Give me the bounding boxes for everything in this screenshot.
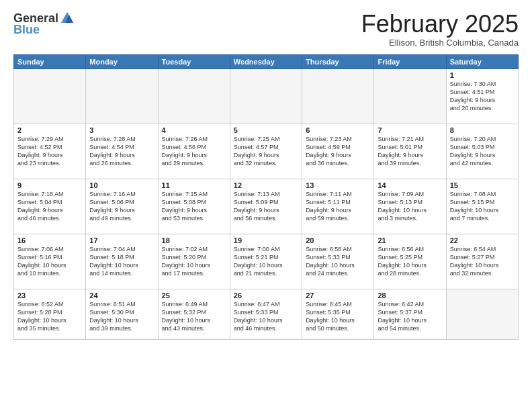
day-number: 3 [89, 126, 154, 134]
day-info: Sunrise: 6:47 AM Sunset: 5:33 PM Dayligh… [234, 300, 298, 333]
day-info: Sunrise: 6:49 AM Sunset: 5:32 PM Dayligh… [162, 300, 226, 333]
day-info: Sunrise: 6:58 AM Sunset: 5:33 PM Dayligh… [306, 245, 370, 278]
logo-blue-text: Blue [13, 23, 40, 37]
calendar-cell: 26Sunrise: 6:47 AM Sunset: 5:33 PM Dayli… [230, 289, 302, 339]
day-info: Sunrise: 7:09 AM Sunset: 5:13 PM Dayligh… [378, 190, 442, 223]
calendar-cell: 28Sunrise: 6:42 AM Sunset: 5:37 PM Dayli… [374, 289, 446, 339]
calendar-cell: 23Sunrise: 6:52 AM Sunset: 5:28 PM Dayli… [14, 289, 86, 339]
day-number: 27 [306, 291, 370, 300]
day-info: Sunrise: 6:51 AM Sunset: 5:30 PM Dayligh… [89, 300, 154, 333]
calendar-cell: 16Sunrise: 7:06 AM Sunset: 5:16 PM Dayli… [14, 234, 86, 289]
day-info: Sunrise: 6:56 AM Sunset: 5:25 PM Dayligh… [378, 245, 442, 278]
weekday-header-row: SundayMondayTuesdayWednesdayThursdayFrid… [14, 54, 519, 68]
week-row-5: 23Sunrise: 6:52 AM Sunset: 5:28 PM Dayli… [14, 289, 519, 339]
day-info: Sunrise: 7:16 AM Sunset: 5:06 PM Dayligh… [89, 190, 154, 223]
day-info: Sunrise: 7:23 AM Sunset: 4:59 PM Dayligh… [306, 135, 370, 168]
calendar-cell: 18Sunrise: 7:02 AM Sunset: 5:20 PM Dayli… [158, 234, 230, 289]
calendar-cell: 14Sunrise: 7:09 AM Sunset: 5:13 PM Dayli… [374, 179, 446, 234]
day-number: 10 [89, 181, 154, 189]
day-number: 21 [378, 236, 442, 244]
day-info: Sunrise: 7:18 AM Sunset: 5:04 PM Dayligh… [17, 190, 82, 223]
calendar-cell: 19Sunrise: 7:00 AM Sunset: 5:21 PM Dayli… [230, 234, 302, 289]
day-info: Sunrise: 7:08 AM Sunset: 5:15 PM Dayligh… [450, 190, 515, 223]
day-number: 7 [378, 126, 442, 134]
calendar-cell: 13Sunrise: 7:11 AM Sunset: 5:11 PM Dayli… [302, 179, 374, 234]
calendar-cell [158, 68, 230, 124]
header: General Blue February 2025 Ellison, Brit… [13, 11, 519, 48]
day-info: Sunrise: 7:21 AM Sunset: 5:01 PM Dayligh… [378, 135, 442, 168]
calendar-cell: 17Sunrise: 7:04 AM Sunset: 5:18 PM Dayli… [86, 234, 158, 289]
calendar-cell [86, 68, 158, 124]
calendar-cell: 22Sunrise: 6:54 AM Sunset: 5:27 PM Dayli… [446, 234, 518, 289]
day-info: Sunrise: 7:13 AM Sunset: 5:09 PM Dayligh… [234, 190, 298, 223]
day-number: 14 [378, 181, 442, 189]
calendar-cell: 25Sunrise: 6:49 AM Sunset: 5:32 PM Dayli… [158, 289, 230, 339]
page: General Blue February 2025 Ellison, Brit… [0, 0, 532, 411]
day-number: 4 [162, 126, 226, 134]
day-info: Sunrise: 7:29 AM Sunset: 4:52 PM Dayligh… [17, 135, 82, 168]
month-title: February 2025 [361, 11, 519, 38]
calendar-cell: 6Sunrise: 7:23 AM Sunset: 4:59 PM Daylig… [302, 124, 374, 179]
day-number: 9 [17, 181, 82, 189]
calendar-cell: 5Sunrise: 7:25 AM Sunset: 4:57 PM Daylig… [230, 124, 302, 179]
week-row-2: 2Sunrise: 7:29 AM Sunset: 4:52 PM Daylig… [14, 124, 519, 179]
calendar-cell: 24Sunrise: 6:51 AM Sunset: 5:30 PM Dayli… [86, 289, 158, 339]
day-info: Sunrise: 6:54 AM Sunset: 5:27 PM Dayligh… [450, 245, 515, 278]
day-info: Sunrise: 6:42 AM Sunset: 5:37 PM Dayligh… [378, 300, 442, 333]
title-block: February 2025 Ellison, British Columbia,… [361, 11, 519, 48]
day-number: 8 [450, 126, 515, 134]
calendar-cell [14, 68, 86, 124]
calendar-cell [374, 68, 446, 124]
calendar-cell: 3Sunrise: 7:28 AM Sunset: 4:54 PM Daylig… [86, 124, 158, 179]
day-number: 16 [17, 236, 82, 244]
day-number: 17 [89, 236, 154, 244]
logo: General Blue [13, 11, 75, 37]
day-info: Sunrise: 7:11 AM Sunset: 5:11 PM Dayligh… [306, 190, 370, 223]
day-number: 15 [450, 181, 515, 189]
calendar-cell [446, 289, 518, 339]
day-info: Sunrise: 7:02 AM Sunset: 5:20 PM Dayligh… [162, 245, 226, 278]
day-number: 1 [450, 71, 515, 79]
day-info: Sunrise: 7:25 AM Sunset: 4:57 PM Dayligh… [234, 135, 298, 168]
day-number: 13 [306, 181, 370, 189]
day-number: 6 [306, 126, 370, 134]
day-number: 2 [17, 126, 82, 134]
weekday-header-saturday: Saturday [446, 54, 518, 68]
weekday-header-thursday: Thursday [302, 54, 374, 68]
calendar-cell: 15Sunrise: 7:08 AM Sunset: 5:15 PM Dayli… [446, 179, 518, 234]
calendar-cell: 20Sunrise: 6:58 AM Sunset: 5:33 PM Dayli… [302, 234, 374, 289]
week-row-3: 9Sunrise: 7:18 AM Sunset: 5:04 PM Daylig… [14, 179, 519, 234]
week-row-4: 16Sunrise: 7:06 AM Sunset: 5:16 PM Dayli… [14, 234, 519, 289]
day-info: Sunrise: 7:06 AM Sunset: 5:16 PM Dayligh… [17, 245, 82, 278]
calendar-cell [230, 68, 302, 124]
calendar-cell: 11Sunrise: 7:15 AM Sunset: 5:08 PM Dayli… [158, 179, 230, 234]
day-info: Sunrise: 7:04 AM Sunset: 5:18 PM Dayligh… [89, 245, 154, 278]
calendar-cell: 9Sunrise: 7:18 AM Sunset: 5:04 PM Daylig… [14, 179, 86, 234]
day-info: Sunrise: 7:15 AM Sunset: 5:08 PM Dayligh… [162, 190, 226, 223]
day-info: Sunrise: 7:30 AM Sunset: 4:51 PM Dayligh… [450, 80, 515, 113]
day-number: 26 [234, 291, 298, 300]
weekday-header-monday: Monday [86, 54, 158, 68]
day-info: Sunrise: 7:20 AM Sunset: 5:03 PM Dayligh… [450, 135, 515, 168]
calendar-cell: 12Sunrise: 7:13 AM Sunset: 5:09 PM Dayli… [230, 179, 302, 234]
calendar-table: SundayMondayTuesdayWednesdayThursdayFrid… [13, 54, 519, 340]
logo-icon [60, 11, 75, 26]
day-info: Sunrise: 7:00 AM Sunset: 5:21 PM Dayligh… [234, 245, 298, 278]
weekday-header-sunday: Sunday [14, 54, 86, 68]
calendar-cell [302, 68, 374, 124]
calendar-cell: 4Sunrise: 7:26 AM Sunset: 4:56 PM Daylig… [158, 124, 230, 179]
day-number: 19 [234, 236, 298, 244]
day-number: 11 [162, 181, 226, 189]
day-number: 18 [162, 236, 226, 244]
calendar-cell: 10Sunrise: 7:16 AM Sunset: 5:06 PM Dayli… [86, 179, 158, 234]
day-number: 24 [89, 291, 154, 300]
day-info: Sunrise: 6:52 AM Sunset: 5:28 PM Dayligh… [17, 300, 82, 333]
day-number: 28 [378, 291, 442, 300]
location-text: Ellison, British Columbia, Canada [361, 38, 519, 48]
day-info: Sunrise: 7:26 AM Sunset: 4:56 PM Dayligh… [162, 135, 226, 168]
weekday-header-tuesday: Tuesday [158, 54, 230, 68]
day-number: 12 [234, 181, 298, 189]
calendar-cell: 27Sunrise: 6:45 AM Sunset: 5:35 PM Dayli… [302, 289, 374, 339]
calendar-cell: 7Sunrise: 7:21 AM Sunset: 5:01 PM Daylig… [374, 124, 446, 179]
day-number: 23 [17, 291, 82, 300]
